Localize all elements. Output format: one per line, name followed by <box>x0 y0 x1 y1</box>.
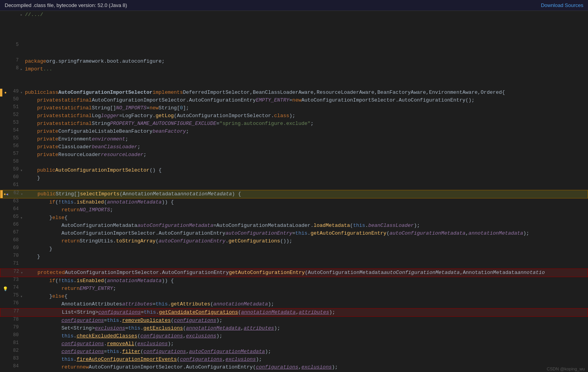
fold-icon[interactable]: ▾ <box>20 168 23 173</box>
fold-icon[interactable]: ▾ <box>21 270 24 275</box>
fold-icon[interactable]: ▾ <box>20 90 23 95</box>
code-line: 8 ▸ import ... <box>0 65 588 73</box>
code-line: 55 private Environment environment; <box>0 135 588 143</box>
code-line: 58 <box>0 159 588 167</box>
code-line: 75 ▾ } else { <box>0 293 588 300</box>
title-text: Decompiled .class file, bytecode version… <box>5 2 127 8</box>
code-line <box>0 26 588 34</box>
code-line: 52 private static final Log logger = Log… <box>0 112 588 120</box>
code-line: 50 private static final AutoConfiguratio… <box>0 97 588 104</box>
code-line: 83 this.fireAutoConfigurationImportEvent… <box>0 356 588 363</box>
code-line: 5 <box>0 42 588 50</box>
code-line: 54 private ConfigurableListableBeanFacto… <box>0 128 588 135</box>
code-line: 84 return new AutoConfigurationImportSel… <box>0 363 588 371</box>
code-line: 68 return StringUtils.toStringArray(auto… <box>0 237 588 245</box>
debug-icon: ● <box>4 91 7 95</box>
code-line: ● 49 ▾ public class AutoConfigurationImp… <box>0 89 588 97</box>
code-line: 51 private static final String[] NO_IMPO… <box>0 104 588 112</box>
code-line: 61 <box>0 182 588 190</box>
code-container: ▸ //.../ 5 7 package org.springframework… <box>0 11 588 372</box>
watermark: CSDN @koping_wu <box>544 366 588 372</box>
code-line: 81 configurations.removeAll(exclusions); <box>0 340 588 348</box>
code-line <box>0 81 588 89</box>
code-line <box>0 19 588 26</box>
code-line-72: 72 ▾ protected AutoConfigurationImportSe… <box>0 268 588 277</box>
code-line-77: 77 List<String> configurations = this.ge… <box>0 308 588 317</box>
code-line: 78 configurations = this.removeDuplicate… <box>0 317 588 325</box>
code-line <box>0 34 588 42</box>
code-line: 57 private ResourceLoader resourceLoader… <box>0 151 588 159</box>
code-line: 💡 74 return EMPTY_ENTRY; <box>0 285 588 293</box>
code-line: 67 AutoConfigurationImportSelector.AutoC… <box>0 230 588 237</box>
fold-icon[interactable]: ▾ <box>20 216 23 220</box>
code-line: 66 AutoConfigurationMetadata autoConfigu… <box>0 222 588 230</box>
code-line: 59 ▾ public AutoConfigurationImportSelec… <box>0 167 588 174</box>
impl-icon: ◀ <box>6 192 8 197</box>
code-line-62: ● ◀ 62 ▾ public String[] selectImports(A… <box>0 190 588 198</box>
code-line: 73 if (!this.isEnabled(annotationMetadat… <box>0 277 588 285</box>
code-line: 60 } <box>0 174 588 182</box>
code-line: ▸ //.../ <box>0 11 588 19</box>
code-line: 65 ▾ } else { <box>0 214 588 222</box>
code-line: 7 package org.springframework.boot.autoc… <box>0 58 588 65</box>
fold-icon[interactable]: ▸ <box>20 67 23 72</box>
code-line: 79 Set<String> exclusions = this.getExcl… <box>0 325 588 332</box>
fold-icon[interactable]: ▾ <box>20 294 23 299</box>
code-line: 56 private ClassLoader beanClassLoader; <box>0 143 588 151</box>
title-bar: Decompiled .class file, bytecode version… <box>0 0 588 11</box>
code-line: 70 } <box>0 253 588 261</box>
code-line <box>0 50 588 58</box>
code-line <box>0 73 588 81</box>
code-line: 82 configurations = this.filter(configur… <box>0 348 588 356</box>
lightbulb-icon: 💡 <box>3 286 8 291</box>
code-line: 64 return NO_IMPORTS; <box>0 206 588 214</box>
code-line: 71 <box>0 261 588 268</box>
code-line: 69 } <box>0 245 588 253</box>
code-line: 63 if (!this.isEnabled(annotationMetadat… <box>0 198 588 206</box>
code-line: 76 AnnotationAttributes attributes = thi… <box>0 300 588 308</box>
download-sources-link[interactable]: Download Sources <box>541 2 583 8</box>
fold-icon[interactable]: ▾ <box>21 192 24 197</box>
code-line: 80 this.checkExcludedClasses(configurati… <box>0 332 588 340</box>
fold-icon[interactable]: ▸ <box>20 12 23 17</box>
code-line: 53 private static final String PROPERTY_… <box>0 120 588 128</box>
